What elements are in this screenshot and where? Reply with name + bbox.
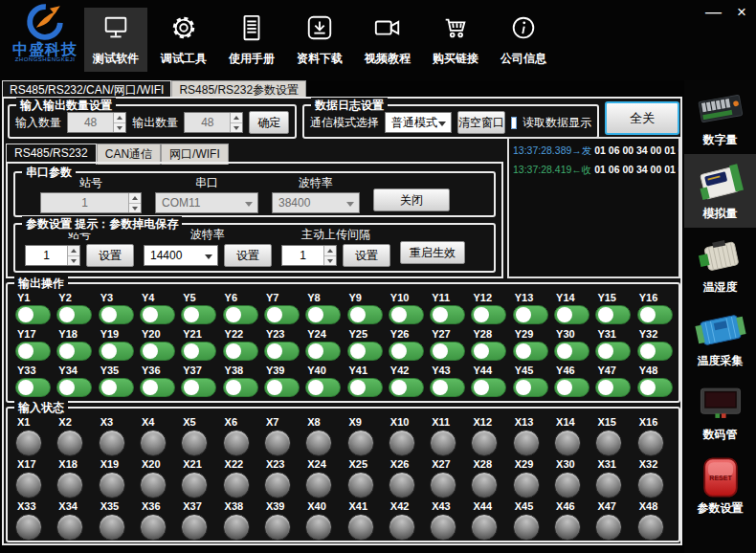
spinner-up-icon[interactable] [68,246,79,256]
set-station-button[interactable]: 设置 [86,244,134,267]
output-toggle-switch[interactable] [264,342,300,361]
output-toggle-switch[interactable] [15,305,51,324]
output-toggle-switch[interactable] [595,378,631,397]
output-toggle-switch[interactable] [471,342,506,361]
param-station-spinner[interactable]: 1 [25,245,80,266]
output-channel: Y14 [552,292,593,328]
output-toggle-switch[interactable] [305,342,341,361]
output-toggle-switch[interactable] [430,378,465,397]
toolbar-item[interactable]: 调试工具 [152,8,215,72]
output-toggle-switch[interactable] [513,342,548,361]
toolbar-item[interactable]: 测试软件 [84,8,147,72]
output-toggle-switch[interactable] [99,342,134,361]
sidebar-item[interactable]: RESET 参数设置 [684,449,756,522]
toolbar-item[interactable]: 视频教程 [356,8,419,72]
spinner-up-icon[interactable] [129,193,141,204]
output-toggle-switch[interactable] [595,305,631,324]
output-toggle-switch[interactable] [389,378,424,397]
output-toggle-switch[interactable] [347,378,383,397]
spinner-down-icon[interactable] [324,256,336,266]
input-channel: X11 [428,416,469,458]
output-toggle-switch[interactable] [430,305,465,324]
read-data-checkbox[interactable] [511,117,517,129]
serial-close-button[interactable]: 关闭 [373,188,450,211]
output-toggle-switch[interactable] [637,378,673,397]
output-toggle-switch[interactable] [471,378,506,397]
output-toggle-switch[interactable] [554,342,589,361]
set-baud-button[interactable]: 设置 [224,244,272,267]
confirm-button[interactable]: 确定 [249,111,289,134]
output-toggle-switch[interactable] [181,378,216,397]
output-toggle-switch[interactable] [99,378,134,397]
output-count-spinner[interactable]: 48 [184,112,243,133]
output-toggle-switch[interactable] [56,342,92,361]
input-channel-label: X40 [305,500,326,512]
output-toggle-switch[interactable] [430,342,465,361]
output-toggle-switch[interactable] [140,342,175,361]
output-toggle-switch[interactable] [347,305,383,324]
output-toggle-switch[interactable] [15,342,51,361]
spinner-down-icon[interactable] [114,123,125,133]
set-interval-button[interactable]: 设置 [343,244,390,267]
output-toggle-switch[interactable] [389,342,424,361]
output-toggle-switch[interactable] [99,305,134,324]
spinner-up-icon[interactable] [231,113,242,123]
output-toggle-switch[interactable] [15,378,51,397]
output-toggle-switch[interactable] [637,342,673,361]
main-tab[interactable]: RS485/RS232/CAN/网口/WIFI [2,80,171,97]
output-toggle-switch[interactable] [513,378,548,397]
spinner-down-icon[interactable] [231,123,242,133]
toolbar-item[interactable]: 资料下载 [288,8,351,72]
sidebar-item[interactable]: 温度采集 [684,301,756,375]
sidebar-item[interactable]: 数码管 [684,375,756,449]
output-toggle-switch[interactable] [471,305,506,324]
close-button[interactable]: × [737,2,746,23]
output-toggle-switch[interactable] [181,342,216,361]
spinner-down-icon[interactable] [68,256,79,266]
output-toggle-switch[interactable] [264,305,300,324]
output-toggle-switch[interactable] [554,305,589,324]
output-toggle-switch[interactable] [637,305,673,324]
output-toggle-switch[interactable] [513,305,548,324]
output-toggle-switch[interactable] [140,378,175,397]
spinner-up-icon[interactable] [114,113,125,123]
toolbar-item[interactable]: 使用手册 [220,8,283,72]
output-channel: Y7 [262,292,303,328]
comm-mode-select[interactable]: 普通模式 [385,112,452,133]
output-toggle-switch[interactable] [56,378,92,397]
output-toggle-switch[interactable] [223,305,258,324]
toolbar-item[interactable]: 公司信息 [492,8,555,72]
spinner-down-icon[interactable] [129,204,141,213]
output-toggle-switch[interactable] [140,305,175,324]
input-count-spinner[interactable]: 48 [67,112,126,133]
serial-port-select[interactable]: COM11 [155,192,258,213]
output-toggle-switch[interactable] [389,305,424,324]
output-toggle-switch[interactable] [223,378,258,397]
spinner-up-icon[interactable] [324,246,336,256]
restart-apply-button[interactable]: 重启生效 [400,241,465,264]
sidebar-item[interactable]: 数字量 [684,80,756,154]
output-toggle-switch[interactable] [223,342,258,361]
output-toggle-switch[interactable] [181,305,216,324]
sidebar-item[interactable]: 模拟量 [684,154,756,228]
temp-module-icon [694,309,747,351]
output-toggle-switch[interactable] [56,305,92,324]
toolbar-item[interactable]: 购买链接 [424,8,487,72]
output-toggle-switch[interactable] [595,342,631,361]
serial-station-spinner[interactable]: 1 [40,192,142,213]
output-toggle-switch[interactable] [554,378,589,397]
input-channel: X23 [262,458,303,500]
output-toggle-switch[interactable] [305,305,341,324]
sidebar-item[interactable]: 温湿度 [684,228,756,301]
output-toggle-switch[interactable] [347,342,383,361]
all-off-button[interactable]: 全关 [605,101,679,135]
serial-baud-select[interactable]: 38400 [272,192,360,213]
param-baud-select[interactable]: 14400 [144,245,218,266]
clear-window-button[interactable]: 清空窗口 [457,111,505,134]
output-toggle-switch[interactable] [264,378,300,397]
output-toggle-switch[interactable] [305,378,341,397]
upload-interval-spinner[interactable]: 1 [281,245,337,266]
main-tab[interactable]: RS485/RS232参数设置 [171,80,306,97]
minimize-button[interactable]: — [705,2,722,23]
output-channel: Y15 [593,292,634,328]
